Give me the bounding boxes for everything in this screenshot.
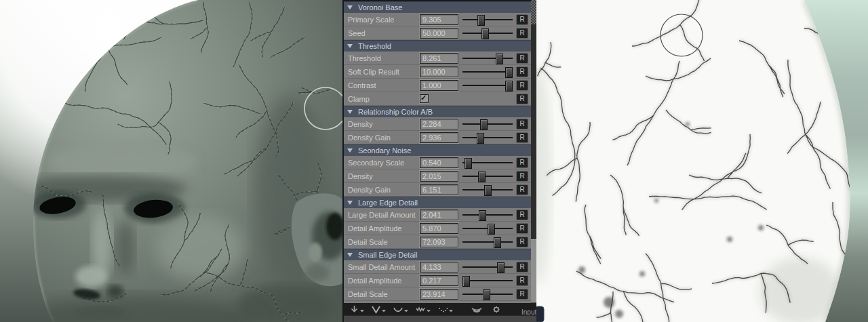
param-slider[interactable]	[462, 275, 513, 286]
arrow-down-falloff-icon[interactable]	[349, 305, 365, 314]
value-field[interactable]: 1.000	[420, 80, 458, 91]
value-field[interactable]: 9.305	[420, 14, 458, 25]
section-header[interactable]: Large Edge Detail	[344, 197, 531, 208]
collapse-triangle-icon[interactable]	[347, 110, 353, 114]
param-slider[interactable]	[462, 119, 513, 129]
slider-track[interactable]	[462, 266, 513, 268]
slider-handle[interactable]	[480, 119, 488, 130]
value-field[interactable]: 23.914	[420, 289, 458, 300]
value-field[interactable]: 8.261	[420, 53, 458, 64]
reset-button[interactable]: R	[516, 94, 528, 104]
reset-button[interactable]: R	[516, 80, 528, 91]
slider-handle[interactable]	[477, 15, 485, 26]
reset-button[interactable]: R	[516, 157, 528, 168]
slider-handle[interactable]	[481, 28, 489, 39]
reset-button[interactable]: R	[516, 209, 528, 220]
param-slider[interactable]	[462, 262, 513, 273]
slider-handle[interactable]	[497, 262, 505, 273]
reset-button[interactable]: R	[516, 28, 528, 39]
reset-button[interactable]: R	[516, 237, 528, 247]
reset-button[interactable]: R	[516, 289, 528, 300]
slider-handle[interactable]	[483, 289, 490, 300]
value-field[interactable]: 0.217	[420, 275, 458, 286]
param-slider[interactable]	[462, 184, 513, 195]
section-header[interactable]: Seondary Noise	[344, 144, 531, 156]
slider-handle[interactable]	[488, 224, 495, 235]
reset-button[interactable]: R	[516, 275, 528, 286]
slider-handle[interactable]	[484, 185, 492, 196]
collapse-triangle-icon[interactable]	[347, 5, 353, 9]
slider-handle[interactable]	[465, 158, 472, 169]
slider-track[interactable]	[462, 137, 513, 138]
section-header[interactable]: Relationship Color A/B	[344, 106, 531, 117]
value-field[interactable]: 4.133	[420, 262, 458, 273]
viewport-3d-shaded[interactable]	[0, 0, 342, 322]
slider-handle[interactable]	[462, 276, 470, 287]
param-slider[interactable]	[462, 237, 513, 247]
value-field[interactable]: 2.015	[420, 171, 458, 182]
param-slider[interactable]	[462, 80, 513, 91]
reset-button[interactable]: R	[516, 223, 528, 234]
clamp-checkbox[interactable]	[420, 94, 429, 103]
collapse-triangle-icon[interactable]	[347, 148, 353, 153]
chevron-down-icon[interactable]	[426, 306, 431, 314]
value-field[interactable]: 0.540	[420, 157, 458, 168]
value-field[interactable]: 2.284	[420, 119, 458, 129]
value-field[interactable]: 2.936	[420, 132, 458, 143]
param-slider[interactable]	[462, 28, 513, 39]
param-slider[interactable]	[462, 171, 513, 182]
reset-button[interactable]: R	[516, 14, 528, 25]
reset-button[interactable]: R	[516, 119, 528, 129]
slider-track[interactable]	[462, 58, 513, 59]
param-slider[interactable]	[462, 157, 513, 168]
param-slider[interactable]	[462, 53, 513, 64]
value-field[interactable]: 50.000	[420, 28, 458, 39]
dotted-curve-falloff-icon[interactable]	[437, 305, 454, 314]
slider-track[interactable]	[462, 214, 513, 216]
section-header[interactable]: Threshold	[344, 40, 531, 52]
scrollbar-grip[interactable]	[531, 0, 536, 24]
slider-track[interactable]	[462, 176, 513, 177]
slider-handle[interactable]	[496, 54, 503, 64]
value-field[interactable]: 5.870	[420, 223, 458, 234]
reset-button[interactable]: R	[516, 184, 528, 195]
param-slider[interactable]	[462, 14, 513, 25]
slider-handle[interactable]	[505, 67, 513, 78]
param-slider[interactable]	[462, 132, 513, 143]
collapse-triangle-icon[interactable]	[347, 253, 353, 257]
reset-button[interactable]: R	[516, 171, 528, 182]
slider-track[interactable]	[462, 19, 513, 20]
reset-button[interactable]: R	[516, 66, 528, 77]
panel-scrollbar[interactable]	[531, 0, 536, 303]
v-falloff-icon[interactable]	[371, 305, 387, 314]
chevron-down-icon[interactable]	[381, 306, 387, 314]
param-slider[interactable]	[462, 223, 513, 234]
value-field[interactable]: 10.000	[420, 66, 458, 77]
param-slider[interactable]	[462, 66, 513, 77]
value-field[interactable]: 6.151	[420, 184, 458, 195]
smooth-curve-falloff-icon[interactable]	[393, 305, 409, 314]
gear-preset-icon[interactable]	[490, 305, 503, 314]
chevron-down-icon[interactable]	[359, 306, 365, 314]
chevron-down-icon[interactable]	[448, 306, 454, 314]
section-header[interactable]: Voronoi Base	[344, 1, 531, 13]
jagged-curve-falloff-icon[interactable]	[415, 305, 431, 314]
reset-button[interactable]: R	[516, 262, 528, 273]
layers-preset-icon[interactable]	[470, 305, 484, 314]
slider-handle[interactable]	[478, 172, 486, 182]
slider-track[interactable]	[462, 241, 513, 243]
slider-track[interactable]	[462, 123, 513, 125]
value-field[interactable]: 2.041	[420, 209, 458, 220]
slider-handle[interactable]	[479, 210, 486, 221]
slider-handle[interactable]	[477, 133, 484, 144]
collapse-triangle-icon[interactable]	[347, 44, 353, 48]
reset-button[interactable]: R	[516, 132, 528, 143]
value-field[interactable]: 72.093	[420, 237, 458, 247]
chevron-down-icon[interactable]	[403, 306, 409, 314]
section-header[interactable]: Small Edge Detail	[344, 249, 531, 260]
slider-handle[interactable]	[505, 81, 513, 92]
viewport-texture-preview[interactable]	[536, 0, 868, 322]
slider-handle[interactable]	[494, 237, 501, 248]
collapse-triangle-icon[interactable]	[347, 201, 353, 205]
scrollbar-thumb[interactable]	[531, 239, 536, 303]
